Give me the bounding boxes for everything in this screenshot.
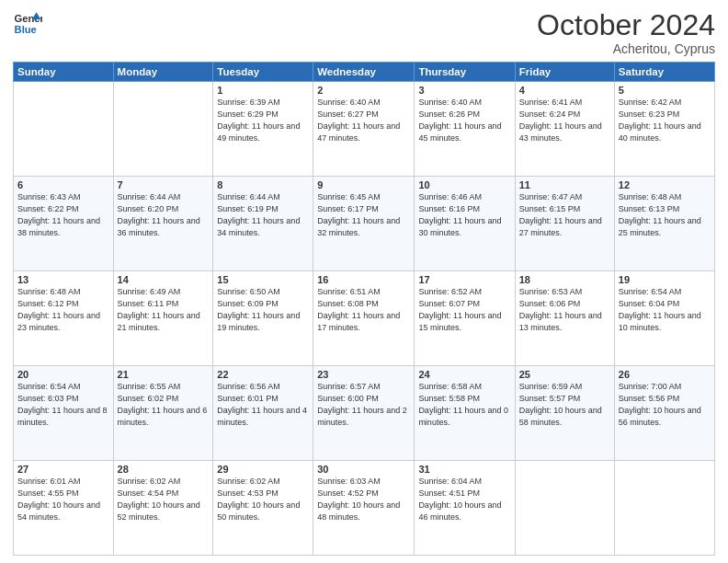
table-row: 10Sunrise: 6:46 AMSunset: 6:16 PMDayligh…	[415, 177, 515, 271]
day-number: 25	[519, 369, 610, 380]
table-row: 24Sunrise: 6:58 AMSunset: 5:58 PMDayligh…	[415, 366, 515, 461]
table-row: 20Sunrise: 6:54 AMSunset: 6:03 PMDayligh…	[14, 366, 114, 461]
calendar-week-row: 20Sunrise: 6:54 AMSunset: 6:03 PMDayligh…	[14, 366, 715, 461]
day-number: 4	[519, 85, 610, 96]
subtitle: Acheritou, Cyprus	[537, 41, 715, 56]
table-row: 11Sunrise: 6:47 AMSunset: 6:15 PMDayligh…	[515, 177, 614, 271]
header: General Blue October 2024 Acheritou, Cyp…	[13, 9, 715, 56]
table-row: 15Sunrise: 6:50 AMSunset: 6:09 PMDayligh…	[213, 271, 313, 366]
table-row: 7Sunrise: 6:44 AMSunset: 6:20 PMDaylight…	[113, 177, 213, 271]
table-row: 8Sunrise: 6:44 AMSunset: 6:19 PMDaylight…	[213, 177, 313, 271]
table-row: 4Sunrise: 6:41 AMSunset: 6:24 PMDaylight…	[515, 82, 614, 177]
day-number: 18	[519, 274, 610, 285]
calendar-week-row: 13Sunrise: 6:48 AMSunset: 6:12 PMDayligh…	[14, 271, 715, 366]
header-sunday: Sunday	[14, 63, 114, 82]
day-info: Sunrise: 6:40 AMSunset: 6:27 PMDaylight:…	[317, 97, 410, 144]
day-info: Sunrise: 6:52 AMSunset: 6:07 PMDaylight:…	[418, 286, 510, 334]
day-number: 19	[619, 274, 711, 285]
table-row: 14Sunrise: 6:49 AMSunset: 6:11 PMDayligh…	[113, 271, 213, 366]
month-title: October 2024	[537, 9, 715, 41]
day-number: 31	[418, 464, 510, 475]
day-number: 20	[17, 369, 109, 380]
table-row: 30Sunrise: 6:03 AMSunset: 4:52 PMDayligh…	[313, 461, 415, 556]
day-number: 6	[17, 179, 109, 190]
day-number: 29	[217, 464, 309, 475]
header-tuesday: Tuesday	[213, 63, 313, 82]
table-row: 22Sunrise: 6:56 AMSunset: 6:01 PMDayligh…	[213, 366, 313, 461]
day-number: 11	[519, 179, 610, 190]
day-info: Sunrise: 6:44 AMSunset: 6:19 PMDaylight:…	[217, 191, 309, 239]
day-info: Sunrise: 6:55 AMSunset: 6:02 PMDaylight:…	[118, 381, 210, 429]
day-info: Sunrise: 6:56 AMSunset: 6:01 PMDaylight:…	[217, 381, 309, 429]
header-wednesday: Wednesday	[313, 63, 415, 82]
table-row: 17Sunrise: 6:52 AMSunset: 6:07 PMDayligh…	[415, 271, 515, 366]
calendar-body: 1Sunrise: 6:39 AMSunset: 6:29 PMDaylight…	[14, 82, 715, 556]
day-info: Sunrise: 6:59 AMSunset: 5:57 PMDaylight:…	[519, 381, 610, 429]
table-row: 6Sunrise: 6:43 AMSunset: 6:22 PMDaylight…	[14, 177, 114, 271]
day-info: Sunrise: 6:01 AMSunset: 4:55 PMDaylight:…	[17, 476, 109, 523]
table-row: 12Sunrise: 6:48 AMSunset: 6:13 PMDayligh…	[614, 177, 714, 271]
table-row: 18Sunrise: 6:53 AMSunset: 6:06 PMDayligh…	[515, 271, 614, 366]
day-info: Sunrise: 6:44 AMSunset: 6:20 PMDaylight:…	[118, 191, 210, 239]
day-number: 10	[418, 179, 510, 190]
logo-icon: General Blue	[13, 9, 42, 39]
day-number: 24	[418, 369, 510, 380]
table-row: 5Sunrise: 6:42 AMSunset: 6:23 PMDaylight…	[614, 82, 714, 177]
table-row	[515, 461, 614, 556]
table-row: 26Sunrise: 7:00 AMSunset: 5:56 PMDayligh…	[614, 366, 714, 461]
day-number: 2	[317, 85, 410, 96]
day-number: 28	[118, 464, 210, 475]
day-number: 17	[418, 274, 510, 285]
header-friday: Friday	[515, 63, 614, 82]
day-info: Sunrise: 6:47 AMSunset: 6:15 PMDaylight:…	[519, 191, 610, 239]
day-info: Sunrise: 6:03 AMSunset: 4:52 PMDaylight:…	[317, 476, 410, 523]
day-info: Sunrise: 6:48 AMSunset: 6:13 PMDaylight:…	[619, 191, 711, 239]
table-row: 3Sunrise: 6:40 AMSunset: 6:26 PMDaylight…	[415, 82, 515, 177]
day-info: Sunrise: 6:46 AMSunset: 6:16 PMDaylight:…	[418, 191, 510, 239]
day-number: 13	[17, 274, 109, 285]
day-number: 8	[217, 179, 309, 190]
day-info: Sunrise: 6:02 AMSunset: 4:53 PMDaylight:…	[217, 476, 309, 523]
day-info: Sunrise: 7:00 AMSunset: 5:56 PMDaylight:…	[619, 381, 711, 429]
table-row: 28Sunrise: 6:02 AMSunset: 4:54 PMDayligh…	[113, 461, 213, 556]
day-number: 21	[118, 369, 210, 380]
calendar-week-row: 6Sunrise: 6:43 AMSunset: 6:22 PMDaylight…	[14, 177, 715, 271]
table-row	[113, 82, 213, 177]
calendar-header-row: Sunday Monday Tuesday Wednesday Thursday…	[14, 63, 715, 82]
day-number: 12	[619, 179, 711, 190]
day-info: Sunrise: 6:50 AMSunset: 6:09 PMDaylight:…	[217, 286, 309, 334]
table-row: 19Sunrise: 6:54 AMSunset: 6:04 PMDayligh…	[614, 271, 714, 366]
day-info: Sunrise: 6:41 AMSunset: 6:24 PMDaylight:…	[519, 97, 610, 144]
table-row: 21Sunrise: 6:55 AMSunset: 6:02 PMDayligh…	[113, 366, 213, 461]
day-info: Sunrise: 6:45 AMSunset: 6:17 PMDaylight:…	[317, 191, 410, 239]
day-info: Sunrise: 6:51 AMSunset: 6:08 PMDaylight:…	[317, 286, 410, 334]
table-row	[14, 82, 114, 177]
day-number: 16	[317, 274, 410, 285]
day-info: Sunrise: 6:48 AMSunset: 6:12 PMDaylight:…	[17, 286, 109, 334]
day-number: 27	[17, 464, 109, 475]
header-thursday: Thursday	[415, 63, 515, 82]
day-number: 1	[217, 85, 309, 96]
table-row: 13Sunrise: 6:48 AMSunset: 6:12 PMDayligh…	[14, 271, 114, 366]
table-row: 25Sunrise: 6:59 AMSunset: 5:57 PMDayligh…	[515, 366, 614, 461]
table-row: 9Sunrise: 6:45 AMSunset: 6:17 PMDaylight…	[313, 177, 415, 271]
day-info: Sunrise: 6:43 AMSunset: 6:22 PMDaylight:…	[17, 191, 109, 239]
day-info: Sunrise: 6:02 AMSunset: 4:54 PMDaylight:…	[118, 476, 210, 523]
day-info: Sunrise: 6:57 AMSunset: 6:00 PMDaylight:…	[317, 381, 410, 429]
day-info: Sunrise: 6:04 AMSunset: 4:51 PMDaylight:…	[418, 476, 510, 523]
day-number: 30	[317, 464, 410, 475]
day-number: 26	[619, 369, 711, 380]
table-row: 2Sunrise: 6:40 AMSunset: 6:27 PMDaylight…	[313, 82, 415, 177]
page: General Blue October 2024 Acheritou, Cyp…	[0, 0, 728, 563]
day-info: Sunrise: 6:58 AMSunset: 5:58 PMDaylight:…	[418, 381, 510, 429]
header-monday: Monday	[113, 63, 213, 82]
day-number: 23	[317, 369, 410, 380]
day-info: Sunrise: 6:49 AMSunset: 6:11 PMDaylight:…	[118, 286, 210, 334]
logo: General Blue	[13, 9, 42, 39]
day-info: Sunrise: 6:40 AMSunset: 6:26 PMDaylight:…	[418, 97, 510, 144]
table-row	[614, 461, 714, 556]
header-saturday: Saturday	[614, 63, 714, 82]
day-number: 15	[217, 274, 309, 285]
day-number: 5	[619, 85, 711, 96]
day-info: Sunrise: 6:39 AMSunset: 6:29 PMDaylight:…	[217, 97, 309, 144]
